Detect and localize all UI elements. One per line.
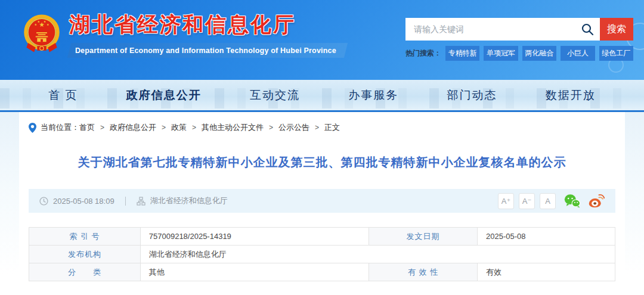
- table-row: 索 引 号 757009218/2025-14319 发文日期 2025-05-…: [29, 228, 615, 246]
- hot-tag-zhuanjingtexin[interactable]: 专精特新: [445, 46, 479, 61]
- breadcrumb-separator: >: [100, 123, 104, 132]
- breadcrumb: 当前位置： 首页 > 政府信息公开 > 政策 > 其他主动公开文件 > 公示公告…: [19, 112, 625, 133]
- site-title: 湖北省经济和信息化厅: [69, 11, 346, 39]
- hot-tag-danxiangguanjun[interactable]: 单项冠军: [484, 46, 518, 61]
- publish-source: 湖北省经济和信息化厅: [150, 195, 228, 206]
- search-block: 搜索 热门搜索： 专精特新 单项冠军 两化融合 小巨人 绿色工厂: [405, 18, 633, 61]
- wechat-share-icon[interactable]: [564, 194, 580, 208]
- breadcrumb-home[interactable]: 首页: [79, 122, 95, 133]
- breadcrumb-label: 当前位置：: [41, 122, 79, 133]
- nav-item-services[interactable]: 办事服务: [348, 88, 398, 103]
- breadcrumb-separator: >: [192, 123, 196, 132]
- nav-item-department-news[interactable]: 部门动态: [447, 88, 497, 103]
- article-meta-right: A⁺ A⁻ A: [498, 193, 605, 209]
- table-row: 分 类 其他 有 效 性 有效: [29, 263, 615, 281]
- breadcrumb-separator: >: [269, 123, 273, 132]
- breadcrumb-gov-info[interactable]: 政府信息公开: [110, 122, 156, 133]
- location-pin-icon: [29, 123, 36, 133]
- article-meta-bar: 2025-05-08 18:09 湖北省经济和信息化厅 A⁺ A⁻ A: [29, 189, 615, 213]
- breadcrumb-separator: >: [315, 123, 319, 132]
- site-brand: ★ ★ ★ ★ ★ 湖北省经济和信息化厅 Department of Econo…: [23, 11, 346, 58]
- publish-datetime: 2025-05-08 18:09: [53, 197, 114, 206]
- nav-item-gov-info[interactable]: 政府信息公开: [126, 88, 202, 103]
- issue-date-label: 发文日期: [369, 228, 478, 246]
- content-panel: 当前位置： 首页 > 政府信息公开 > 政策 > 其他主动公开文件 > 公示公告…: [19, 112, 625, 293]
- hot-search-label: 热门搜索：: [405, 48, 441, 58]
- hot-tag-lianghuaronghe[interactable]: 两化融合: [522, 46, 556, 61]
- org-sitemap-icon: [137, 197, 145, 206]
- category-value: 其他: [140, 263, 369, 281]
- font-decrease-button[interactable]: A⁻: [519, 193, 535, 209]
- hot-tag-lvsegongchang[interactable]: 绿色工厂: [599, 46, 633, 61]
- hot-tag-xiaojuren[interactable]: 小巨人: [561, 46, 595, 61]
- breadcrumb-current: 正文: [324, 122, 340, 133]
- search-input[interactable]: [405, 24, 581, 34]
- article-meta-left: 2025-05-08 18:09 湖北省经济和信息化厅: [39, 195, 228, 206]
- main-nav: 首 页 政府信息公开 互动交流 办事服务 部门动态 数据开放: [0, 80, 644, 112]
- issuing-org-value: 湖北省经济和信息化厅: [140, 246, 615, 263]
- search-button[interactable]: 搜索: [600, 18, 633, 41]
- search-icon[interactable]: [581, 23, 594, 36]
- article-title: 关于湖北省第七批专精特新中小企业及第三批、第四批专精特新中小企业复核名单的公示: [19, 154, 625, 170]
- validity-value: 有效: [477, 263, 615, 281]
- font-reset-button[interactable]: A: [540, 193, 556, 209]
- site-title-en-band: Department of Economy and Information Te…: [67, 43, 348, 58]
- issue-date-value: 2025-05-08: [477, 228, 615, 246]
- hot-search-tags: 专精特新 单项冠军 两化融合 小巨人 绿色工厂: [445, 46, 633, 61]
- font-increase-button[interactable]: A⁺: [498, 193, 514, 209]
- search-input-wrap: [405, 18, 600, 41]
- svg-text:★: ★: [47, 22, 49, 26]
- weibo-share-icon[interactable]: [589, 194, 605, 208]
- index-number-value: 757009218/2025-14319: [140, 228, 369, 246]
- page-background: 当前位置： 首页 > 政府信息公开 > 政策 > 其他主动公开文件 > 公示公告…: [0, 112, 644, 293]
- site-title-en: Department of Economy and Information Te…: [75, 46, 336, 55]
- table-row: 发布机构 湖北省经济和信息化厅: [29, 246, 615, 263]
- breadcrumb-policy[interactable]: 政策: [171, 122, 187, 133]
- nav-item-open-data[interactable]: 数据开放: [546, 88, 596, 103]
- nav-item-home[interactable]: 首 页: [48, 88, 78, 103]
- breadcrumb-announcements[interactable]: 公示公告: [278, 122, 309, 133]
- svg-text:★: ★: [34, 22, 37, 26]
- breadcrumb-other-docs[interactable]: 其他主动公开文件: [202, 122, 264, 133]
- site-header: ★ ★ ★ ★ ★ 湖北省经济和信息化厅 Department of Econo…: [0, 0, 644, 80]
- svg-text:★: ★: [38, 20, 41, 23]
- category-label: 分 类: [29, 263, 141, 281]
- national-emblem-logo: ★ ★ ★ ★ ★: [23, 14, 61, 55]
- meta-divider: [125, 197, 126, 206]
- breadcrumb-separator: >: [162, 123, 166, 132]
- svg-text:★: ★: [44, 20, 47, 23]
- validity-label: 有 效 性: [369, 263, 478, 281]
- document-info-table: 索 引 号 757009218/2025-14319 发文日期 2025-05-…: [29, 227, 615, 281]
- clock-icon: [39, 197, 48, 206]
- nav-item-interaction[interactable]: 互动交流: [250, 88, 300, 103]
- issuing-org-label: 发布机构: [29, 246, 141, 263]
- index-number-label: 索 引 号: [29, 228, 141, 246]
